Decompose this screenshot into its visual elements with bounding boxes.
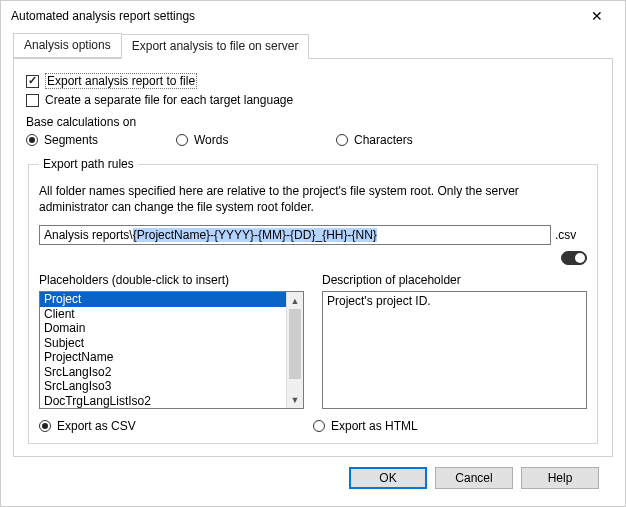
radio-characters[interactable] [336, 134, 348, 146]
row-export-to-file: Export analysis report to file [26, 73, 600, 89]
label-placeholders: Placeholders (double-click to insert) [39, 273, 304, 287]
listbox-placeholders[interactable]: Project Client Domain Subject ProjectNam… [40, 292, 286, 408]
list-item[interactable]: ProjectName [40, 350, 286, 365]
close-icon[interactable]: ✕ [577, 8, 617, 24]
legend-export-path-rules: Export path rules [39, 157, 138, 171]
label-base-calc: Base calculations on [26, 115, 600, 129]
path-highlight: {ProjectName}-{YYYY}-{MM}-{DD}_{HH}-{NN} [133, 228, 377, 242]
list-item[interactable]: Project [40, 292, 286, 307]
tabstrip: Analysis options Export analysis to file… [13, 33, 613, 59]
radio-words[interactable] [176, 134, 188, 146]
label-export-to-file[interactable]: Export analysis report to file [45, 73, 197, 89]
path-extension: .csv [555, 228, 587, 242]
help-button[interactable]: Help [521, 467, 599, 489]
cancel-button[interactable]: Cancel [435, 467, 513, 489]
scroll-up-icon[interactable]: ▲ [287, 292, 303, 309]
toggle-switch[interactable] [561, 251, 587, 265]
tab-analysis-options[interactable]: Analysis options [13, 33, 122, 58]
radio-export-csv[interactable] [39, 420, 51, 432]
label-description: Description of placeholder [322, 273, 587, 287]
list-item[interactable]: SrcLangIso3 [40, 379, 286, 394]
group-export-path-rules: Export path rules All folder names speci… [28, 157, 598, 444]
col-placeholders: Placeholders (double-click to insert) Pr… [39, 273, 304, 409]
scrollbar[interactable]: ▲ ▼ [286, 292, 303, 408]
path-input[interactable]: Analysis reports\{ProjectName}-{YYYY}-{M… [39, 225, 551, 245]
label-characters[interactable]: Characters [354, 133, 413, 147]
description-box: Project's project ID. [322, 291, 587, 409]
toggle-row [39, 251, 587, 265]
window-title: Automated analysis report settings [11, 9, 195, 23]
dialog-buttons: OK Cancel Help [13, 457, 613, 495]
scroll-thumb[interactable] [289, 309, 301, 379]
tab-panel-export: Export analysis report to file Create a … [13, 59, 613, 457]
list-item[interactable]: SrcLangIso2 [40, 365, 286, 380]
row-separate-file: Create a separate file for each target l… [26, 93, 600, 107]
radio-segments[interactable] [26, 134, 38, 146]
row-export-format: Export as CSV Export as HTML [39, 419, 587, 433]
list-item[interactable]: Client [40, 307, 286, 322]
radio-group-base-calc: Segments Words Characters [26, 133, 600, 147]
columns: Placeholders (double-click to insert) Pr… [39, 273, 587, 409]
dialog-content: Analysis options Export analysis to file… [1, 33, 625, 503]
path-row: Analysis reports\{ProjectName}-{YYYY}-{M… [39, 225, 587, 245]
scroll-track[interactable] [287, 309, 303, 391]
col-description: Description of placeholder Project's pro… [322, 273, 587, 409]
list-item[interactable]: Subject [40, 336, 286, 351]
scroll-down-icon[interactable]: ▼ [287, 391, 303, 408]
path-plain: Analysis reports\ [44, 228, 133, 242]
label-export-csv[interactable]: Export as CSV [57, 419, 136, 433]
label-segments[interactable]: Segments [44, 133, 98, 147]
help-text: All folder names specified here are rela… [39, 183, 587, 215]
label-words[interactable]: Words [194, 133, 228, 147]
list-item[interactable]: Domain [40, 321, 286, 336]
tab-export-to-file[interactable]: Export analysis to file on server [121, 34, 310, 59]
radio-export-html[interactable] [313, 420, 325, 432]
label-export-html[interactable]: Export as HTML [331, 419, 418, 433]
checkbox-separate-file[interactable] [26, 94, 39, 107]
titlebar: Automated analysis report settings ✕ [1, 1, 625, 31]
listbox-placeholders-wrap: Project Client Domain Subject ProjectNam… [39, 291, 304, 409]
checkbox-export-to-file[interactable] [26, 75, 39, 88]
list-item[interactable]: DocTrgLangListIso2 [40, 394, 286, 409]
label-separate-file[interactable]: Create a separate file for each target l… [45, 93, 293, 107]
ok-button[interactable]: OK [349, 467, 427, 489]
